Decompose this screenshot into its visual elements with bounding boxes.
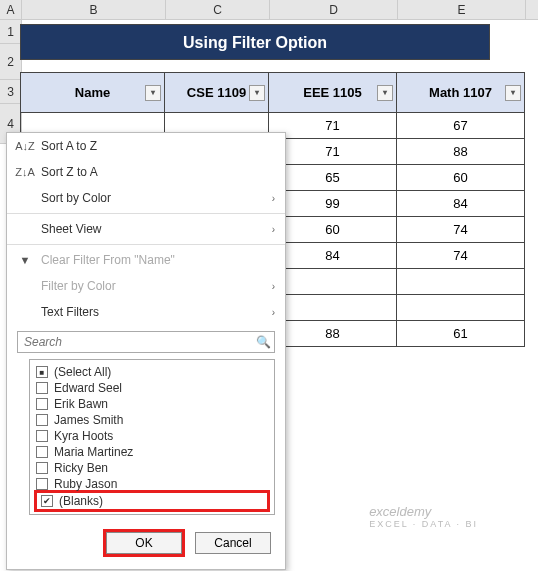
chevron-right-icon: › — [272, 281, 275, 292]
cell[interactable]: 67 — [397, 113, 525, 139]
cancel-button[interactable]: Cancel — [195, 532, 271, 554]
sort-za[interactable]: Z↓ASort Z to A — [7, 159, 285, 185]
filter-button-math[interactable]: ▾ — [505, 85, 521, 101]
cell[interactable]: 60 — [397, 165, 525, 191]
text-filters[interactable]: Text Filters› — [7, 299, 285, 325]
header-cse: CSE 1109▾ — [165, 73, 269, 113]
checkbox[interactable] — [36, 462, 48, 474]
clear-filter: ▼Clear Filter From "Name" — [7, 247, 285, 273]
chevron-right-icon: › — [272, 193, 275, 204]
ok-button[interactable]: OK — [106, 532, 182, 554]
header-math: Math 1107▾ — [397, 73, 525, 113]
cell[interactable]: 65 — [269, 165, 397, 191]
list-item-blanks[interactable]: (Blanks) — [34, 490, 270, 512]
cell[interactable]: 71 — [269, 113, 397, 139]
cell[interactable]: 74 — [397, 217, 525, 243]
row-2[interactable]: 2 — [0, 44, 22, 80]
cell[interactable] — [269, 269, 397, 295]
sort-az[interactable]: A↓ZSort A to Z — [7, 133, 285, 159]
checkbox[interactable] — [36, 446, 48, 458]
header-eee: EEE 1105▾ — [269, 73, 397, 113]
list-item[interactable]: Ricky Ben — [36, 460, 268, 476]
row-3[interactable]: 3 — [0, 80, 22, 104]
checkbox[interactable] — [36, 382, 48, 394]
list-item[interactable]: Erik Bawn — [36, 396, 268, 412]
checkbox[interactable] — [36, 398, 48, 410]
cell[interactable]: 60 — [269, 217, 397, 243]
checkbox[interactable] — [36, 478, 48, 490]
filter-checklist: (Select All) Edward Seel Erik Bawn James… — [29, 359, 275, 515]
checkbox-indeterminate[interactable] — [36, 366, 48, 378]
col-D[interactable]: D — [270, 0, 398, 19]
page-title: Using Filter Option — [20, 24, 490, 60]
list-item[interactable]: James Smith — [36, 412, 268, 428]
filter-button-eee[interactable]: ▾ — [377, 85, 393, 101]
sheet-view[interactable]: Sheet View› — [7, 216, 285, 242]
cell[interactable]: 84 — [269, 243, 397, 269]
list-item[interactable]: Kyra Hoots — [36, 428, 268, 444]
cell[interactable]: 88 — [269, 321, 397, 347]
sort-by-color[interactable]: Sort by Color› — [7, 185, 285, 211]
chevron-right-icon: › — [272, 307, 275, 318]
watermark: exceldemy EXCEL · DATA · BI — [369, 504, 478, 529]
checkbox[interactable] — [36, 430, 48, 442]
search-box: 🔍 — [17, 331, 275, 353]
checkbox-checked[interactable] — [41, 495, 53, 507]
column-headers: A B C D E — [0, 0, 538, 20]
list-item[interactable]: Maria Martinez — [36, 444, 268, 460]
funnel-icon: ▼ — [17, 252, 33, 268]
list-item[interactable]: Edward Seel — [36, 380, 268, 396]
col-A[interactable]: A — [0, 0, 22, 19]
header-name: Name▾ — [21, 73, 165, 113]
cell[interactable]: 61 — [397, 321, 525, 347]
col-E[interactable]: E — [398, 0, 526, 19]
checkbox[interactable] — [36, 414, 48, 426]
filter-dropdown: A↓ZSort A to Z Z↓ASort Z to A Sort by Co… — [6, 132, 286, 570]
search-icon: 🔍 — [252, 332, 274, 352]
col-C[interactable]: C — [166, 0, 270, 19]
cell[interactable] — [269, 295, 397, 321]
row-1[interactable]: 1 — [0, 20, 22, 44]
row-headers: 1 2 3 4 — [0, 20, 22, 144]
filter-by-color: Filter by Color› — [7, 273, 285, 299]
sort-za-icon: Z↓A — [17, 164, 33, 180]
cell[interactable]: 84 — [397, 191, 525, 217]
filter-button-name[interactable]: ▾ — [145, 85, 161, 101]
chevron-right-icon: › — [272, 224, 275, 235]
filter-button-cse[interactable]: ▾ — [249, 85, 265, 101]
cell[interactable]: 99 — [269, 191, 397, 217]
cell[interactable]: 71 — [269, 139, 397, 165]
cell[interactable]: 88 — [397, 139, 525, 165]
list-item[interactable]: (Select All) — [36, 364, 268, 380]
sort-az-icon: A↓Z — [17, 138, 33, 154]
cell[interactable]: 74 — [397, 243, 525, 269]
cell[interactable] — [397, 295, 525, 321]
search-input[interactable] — [18, 332, 252, 352]
cell[interactable] — [397, 269, 525, 295]
col-B[interactable]: B — [22, 0, 166, 19]
